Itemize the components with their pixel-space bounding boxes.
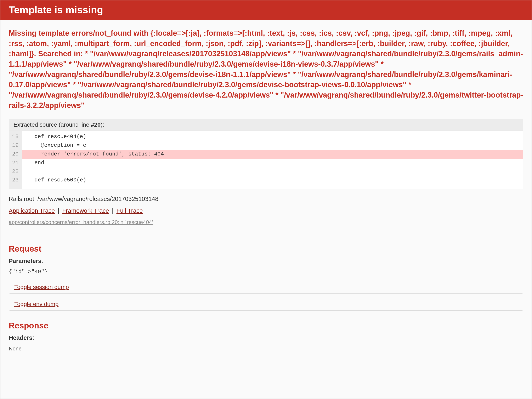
toggle-env-dump[interactable]: Toggle env dump — [9, 298, 523, 311]
line-number: 22 — [9, 167, 22, 176]
line-code: def rescue404(e) — [22, 131, 523, 141]
source-header: Extracted source (around line #20): — [9, 119, 523, 131]
headers-value: None — [9, 346, 523, 352]
application-trace-link[interactable]: Application Trace — [9, 207, 55, 214]
page-title: Template is missing — [9, 4, 523, 16]
source-table: 18 def rescue404(e)19 @exception = e20 r… — [9, 131, 523, 189]
error-page: Template is missing Missing template err… — [0, 0, 532, 399]
source-header-suffix: ): — [101, 121, 104, 128]
source-header-prefix: Extracted source (around line — [13, 121, 91, 128]
parameters-value: {"id"=>"49"} — [9, 269, 523, 275]
source-line: 22 — [9, 167, 523, 176]
trace-line[interactable]: app/controllers/concerns/error_handlers.… — [9, 219, 153, 225]
toggle-session-link[interactable]: Toggle session dump — [14, 284, 69, 290]
error-message: Missing template errors/not_found with {… — [9, 28, 523, 111]
trace-separator: | — [112, 207, 114, 214]
colon: : — [32, 334, 34, 341]
line-number: 21 — [9, 159, 22, 167]
colon: : — [41, 258, 43, 264]
line-number: 19 — [9, 141, 22, 150]
content-area: Missing template errors/not_found with {… — [0, 20, 532, 360]
parameters-label-text: Parameters — [9, 258, 41, 264]
line-number: 18 — [9, 131, 22, 141]
source-line: 18 def rescue404(e) — [9, 131, 523, 141]
source-line: 19 @exception = e — [9, 141, 523, 150]
line-number: 23 — [9, 176, 22, 189]
source-line: 20 render 'errors/not_found', status: 40… — [9, 150, 523, 159]
source-line: 23 def rescue500(e) — [9, 176, 523, 189]
line-code: end — [22, 159, 523, 167]
line-code: render 'errors/not_found', status: 404 — [22, 150, 523, 159]
line-code — [22, 167, 523, 176]
headers-label-text: Headers — [9, 334, 32, 341]
line-number: 20 — [9, 150, 22, 159]
header-bar: Template is missing — [0, 0, 532, 20]
line-code: def rescue500(e) — [22, 176, 523, 189]
source-extract: Extracted source (around line #20): 18 d… — [9, 119, 523, 189]
source-header-line: #20 — [91, 121, 101, 128]
headers-label: Headers: — [9, 334, 523, 341]
trace-separator: | — [58, 207, 59, 214]
response-heading: Response — [9, 321, 523, 330]
toggle-session-dump[interactable]: Toggle session dump — [9, 281, 523, 294]
trace-links: Application Trace | Framework Trace | Fu… — [9, 207, 523, 214]
request-heading: Request — [9, 244, 523, 254]
rails-root: Rails.root: /var/www/vagranq/releases/20… — [9, 196, 523, 203]
framework-trace-link[interactable]: Framework Trace — [62, 207, 109, 214]
source-line: 21 end — [9, 159, 523, 167]
line-code: @exception = e — [22, 141, 523, 150]
full-trace-link[interactable]: Full Trace — [116, 207, 143, 214]
toggle-env-link[interactable]: Toggle env dump — [14, 301, 58, 307]
parameters-label: Parameters: — [9, 258, 523, 264]
